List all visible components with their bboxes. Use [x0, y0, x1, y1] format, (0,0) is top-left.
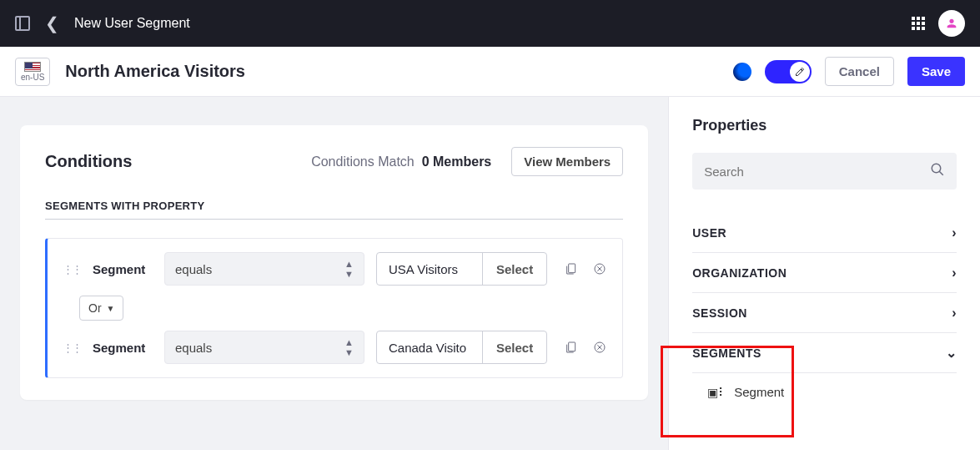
segment-name-heading: North America Visitors [65, 62, 245, 81]
or-connector-button[interactable]: Or▼ [79, 296, 123, 321]
svg-point-4 [932, 164, 941, 173]
operator-select[interactable]: equals▲▼ [164, 252, 364, 286]
category-segments[interactable]: SEGMENTS⌄ [692, 333, 957, 373]
active-toggle[interactable] [765, 60, 812, 83]
view-members-button[interactable]: View Members [511, 147, 623, 176]
section-label: SEGMENTS WITH PROPERTY [45, 200, 623, 220]
remove-icon[interactable] [592, 261, 607, 276]
value-combo: USA Visitors Select [376, 252, 547, 286]
updown-icon: ▲▼ [344, 259, 354, 279]
properties-panel: Properties USER› ORGANIZATION› SESSION› … [668, 97, 980, 450]
conditions-card: Conditions Conditions Match 0 Members Vi… [20, 125, 648, 400]
value-display: USA Visitors [377, 253, 482, 285]
segment-icon: ▣⠇ [707, 386, 722, 399]
select-value-button[interactable]: Select [482, 253, 546, 285]
search-icon [930, 162, 945, 180]
flag-icon [24, 62, 41, 72]
panel-toggle-icon[interactable] [15, 16, 30, 31]
duplicate-icon[interactable] [564, 261, 579, 276]
rule-field-label: Segment [93, 341, 153, 355]
conditions-title: Conditions [45, 152, 132, 171]
chevron-right-icon: › [952, 225, 957, 240]
cancel-button[interactable]: Cancel [825, 57, 894, 86]
apps-icon[interactable] [912, 17, 925, 30]
avatar[interactable] [938, 10, 965, 37]
chevron-right-icon: › [952, 306, 957, 321]
search-field[interactable] [692, 153, 957, 190]
caret-down-icon: ▼ [107, 304, 115, 313]
value-display: Canada Visito [377, 331, 482, 363]
duplicate-icon[interactable] [564, 340, 579, 355]
locale-selector[interactable]: en-US [15, 58, 50, 86]
top-bar: ❮ New User Segment [0, 0, 980, 47]
remove-icon[interactable] [592, 340, 607, 355]
rule-row: ⋮⋮ Segment equals▲▼ USA Visitors Select [63, 252, 607, 286]
chevron-right-icon: › [952, 265, 957, 281]
content-area: Conditions Conditions Match 0 Members Vi… [0, 97, 668, 450]
properties-title: Properties [692, 117, 957, 134]
page-title: New User Segment [74, 16, 190, 31]
rule-field-label: Segment [93, 262, 153, 276]
select-value-button[interactable]: Select [482, 331, 546, 363]
title-bar: en-US North America Visitors Cancel Save [0, 47, 980, 97]
search-input[interactable] [704, 164, 897, 179]
property-item-segment[interactable]: ▣⠇ Segment [692, 373, 957, 404]
value-combo: Canada Visito Select [376, 331, 547, 364]
conditions-match-text: Conditions Match 0 Members [311, 154, 491, 169]
rules-group: ⋮⋮ Segment equals▲▼ USA Visitors Select [45, 238, 623, 378]
drag-handle-icon[interactable]: ⋮⋮ [63, 263, 81, 276]
save-button[interactable]: Save [907, 57, 965, 86]
chevron-down-icon: ⌄ [946, 345, 957, 361]
drag-handle-icon[interactable]: ⋮⋮ [63, 341, 81, 354]
rule-row: ⋮⋮ Segment equals▲▼ Canada Visito Select [63, 331, 607, 364]
pencil-icon [795, 67, 805, 77]
category-organization[interactable]: ORGANIZATION› [692, 253, 957, 293]
operator-select[interactable]: equals▲▼ [164, 331, 364, 364]
svg-rect-2 [569, 342, 575, 351]
category-session[interactable]: SESSION› [692, 293, 957, 333]
updown-icon: ▲▼ [344, 337, 354, 357]
back-icon[interactable]: ❮ [45, 15, 59, 32]
category-user[interactable]: USER› [692, 213, 957, 253]
svg-rect-0 [569, 264, 575, 273]
status-orb-icon[interactable] [733, 63, 751, 81]
